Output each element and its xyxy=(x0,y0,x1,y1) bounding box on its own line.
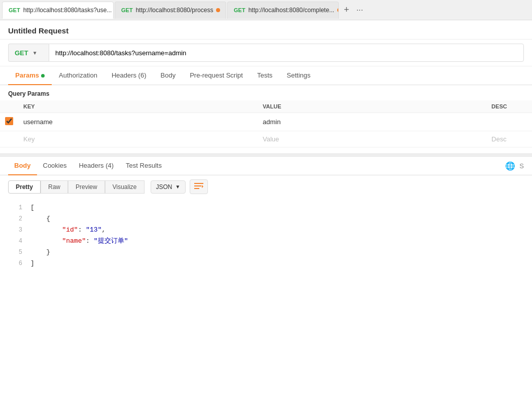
query-params-section-label: Query Params xyxy=(0,85,532,100)
wrap-button[interactable] xyxy=(190,179,208,194)
view-tab-pretty[interactable]: Pretty xyxy=(8,180,41,194)
tab-prerequest[interactable]: Pre-request Script xyxy=(183,66,250,85)
wrap-icon xyxy=(194,182,203,190)
format-select[interactable]: JSON ▼ xyxy=(151,180,186,194)
resp-tab-headers[interactable]: Headers (4) xyxy=(73,157,120,175)
tab-authorization-label: Authorization xyxy=(59,71,97,79)
resp-tab-test-results-label: Test Results xyxy=(126,162,162,169)
view-tab-visualize[interactable]: Visualize xyxy=(105,180,145,194)
format-arrow-icon: ▼ xyxy=(175,184,181,190)
tab-headers-label: Headers (6) xyxy=(112,71,147,79)
table-row-placeholder: Key Value Desc xyxy=(0,131,532,147)
tab-tests[interactable]: Tests xyxy=(250,66,279,85)
row-2-value-placeholder[interactable]: Value xyxy=(258,131,486,147)
response-tabs: Body Cookies Headers (4) Test Results 🌐 … xyxy=(0,157,532,175)
tab-3-method: GET xyxy=(234,7,245,13)
tab-3[interactable]: GET http://localhost:8080/complete... xyxy=(227,2,339,19)
tab-body-label: Body xyxy=(161,71,176,79)
url-bar: GET ▼ xyxy=(0,40,532,66)
request-title: Untitled Request xyxy=(8,26,68,35)
code-line-1: 1 [ xyxy=(0,202,532,213)
row-2-check-cell xyxy=(0,131,18,147)
col-check-header xyxy=(0,100,18,113)
request-tabs: Params Authorization Headers (6) Body Pr… xyxy=(0,66,532,85)
col-key-header: KEY xyxy=(18,100,258,113)
resp-tab-test-results[interactable]: Test Results xyxy=(120,157,168,175)
tab-1-url: http://localhost:8080/tasks?use... xyxy=(23,7,112,14)
tab-params-label: Params xyxy=(15,71,39,79)
resp-tab-cookies[interactable]: Cookies xyxy=(37,157,73,175)
view-tab-preview[interactable]: Preview xyxy=(68,180,105,194)
resp-tab-headers-label: Headers (4) xyxy=(79,162,114,169)
tab-params[interactable]: Params xyxy=(8,66,52,85)
tab-1[interactable]: GET http://localhost:8080/tasks?use... xyxy=(2,2,114,19)
row-2-key-placeholder[interactable]: Key xyxy=(18,131,258,147)
browser-tabs: GET http://localhost:8080/tasks?use... G… xyxy=(0,0,532,20)
view-tab-raw[interactable]: Raw xyxy=(41,180,68,194)
tab-prerequest-label: Pre-request Script xyxy=(190,71,243,79)
more-tabs-button[interactable]: ··· xyxy=(353,6,366,15)
code-line-2: 2 { xyxy=(0,213,532,224)
method-arrow-icon: ▼ xyxy=(32,50,38,56)
tab-1-method: GET xyxy=(9,7,20,13)
resp-right-controls: 🌐 S xyxy=(505,161,524,171)
resp-tab-cookies-label: Cookies xyxy=(43,162,67,169)
row-2-desc-placeholder[interactable]: Desc xyxy=(486,131,532,147)
method-select[interactable]: GET ▼ xyxy=(8,44,49,62)
add-tab-button[interactable]: + xyxy=(340,5,353,15)
svg-rect-2 xyxy=(194,188,199,189)
tab-3-url: http://localhost:8080/complete... xyxy=(249,7,334,14)
method-label: GET xyxy=(15,49,28,57)
format-label: JSON xyxy=(156,183,172,191)
row-1-check-cell[interactable] xyxy=(0,113,18,131)
code-line-5: 5 } xyxy=(0,247,532,258)
request-title-bar: Untitled Request xyxy=(0,20,532,40)
col-value-header: VALUE xyxy=(258,100,486,113)
tab-body[interactable]: Body xyxy=(154,66,183,85)
params-table: KEY VALUE DESC username admin Key Value … xyxy=(0,100,532,147)
resp-tab-body[interactable]: Body xyxy=(8,157,37,175)
code-line-4: 4 "name": "提交订单" xyxy=(0,236,532,247)
tab-settings[interactable]: Settings xyxy=(279,66,317,85)
tab-2-url: http://localhost:8080/process xyxy=(136,7,214,14)
tab-3-dot xyxy=(337,8,339,12)
svg-marker-3 xyxy=(202,185,203,188)
resp-extra: S xyxy=(519,162,524,170)
tab-settings-label: Settings xyxy=(287,71,310,79)
row-1-desc[interactable] xyxy=(486,113,532,131)
code-line-6: 6 ] xyxy=(0,258,532,269)
row-1-checkbox[interactable] xyxy=(5,117,13,125)
tab-authorization[interactable]: Authorization xyxy=(52,66,104,85)
view-format-tabs: Pretty Raw Preview Visualize JSON ▼ xyxy=(0,175,532,198)
col-desc-header: DESC xyxy=(486,100,532,113)
tab-2-dot xyxy=(216,8,220,12)
tab-tests-label: Tests xyxy=(257,71,272,79)
resp-tab-body-label: Body xyxy=(14,162,31,169)
response-body-code: 1 [ 2 { 3 "id": "13", 4 "name": "提交订单" 5… xyxy=(0,198,532,273)
tab-2-method: GET xyxy=(121,7,133,13)
url-input[interactable] xyxy=(49,44,524,62)
row-1-key[interactable]: username xyxy=(18,113,258,131)
table-row: username admin xyxy=(0,113,532,131)
svg-rect-1 xyxy=(194,185,201,186)
tab-headers[interactable]: Headers (6) xyxy=(104,66,154,85)
params-dot xyxy=(41,74,45,78)
row-1-value[interactable]: admin xyxy=(258,113,486,131)
svg-rect-0 xyxy=(194,183,203,184)
tab-2[interactable]: GET http://localhost:8080/process xyxy=(115,2,226,19)
globe-icon[interactable]: 🌐 xyxy=(505,161,515,171)
code-line-3: 3 "id": "13", xyxy=(0,224,532,236)
